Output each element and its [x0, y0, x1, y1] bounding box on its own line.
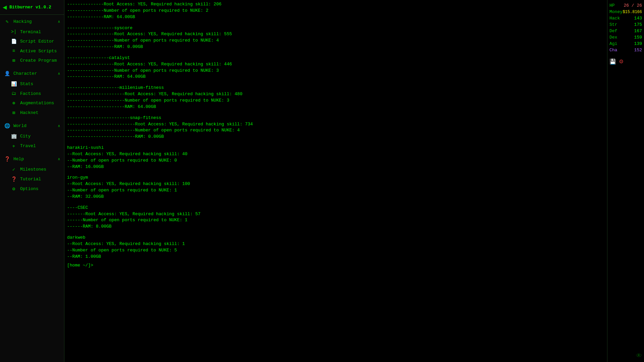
sidebar-item-terminal[interactable]: >| Terminal — [3, 27, 64, 37]
milestones-icon: ✓ — [11, 167, 17, 172]
world-submenu: 🏢 City ✈ Travel — [0, 131, 64, 151]
hp-row: HP 26 / 26 — [609, 3, 642, 8]
sidebar: ◀ Bitburner v1.0.2 ✎ Hacking ∧ >| Termin… — [0, 0, 64, 362]
milestones-label: Milestones — [20, 167, 60, 172]
save-button[interactable]: 💾 — [609, 58, 616, 65]
terminal-line: ------------------RAM: 0.00GB — [67, 44, 604, 50]
sidebar-item-help[interactable]: ❓ Help ∧ — [0, 154, 64, 165]
sidebar-item-character[interactable]: 👤 Character ∧ — [0, 68, 64, 79]
sidebar-item-factions[interactable]: 🗂 Factions — [3, 89, 64, 98]
sidebar-item-create-program[interactable]: ⊞ Create Program — [3, 56, 64, 65]
terminal-line: iron-gym — [67, 175, 604, 181]
cha-row: Cha 152 — [609, 47, 642, 53]
app-title: Bitburner v1.0.2 — [9, 5, 51, 10]
terminal-blank-line — [67, 200, 604, 205]
character-icon: 👤 — [4, 71, 10, 76]
stats-icon: 📊 — [11, 81, 17, 87]
terminal-lines: --------------Root Access: YES, Required… — [67, 1, 604, 260]
terminal-line: ------------------Root Access: YES, Requ… — [67, 31, 604, 38]
hacknet-icon: ⊞ — [11, 110, 17, 116]
hack-value: 143 — [634, 16, 642, 21]
terminal-line: --------------------------Number of open… — [67, 127, 604, 134]
help-label: Help — [13, 157, 54, 162]
travel-label: Travel — [20, 143, 60, 148]
augmentations-label: Augmentations — [20, 101, 60, 106]
world-icon: 🌐 — [4, 123, 10, 129]
terminal-line: --RAM: 1.00GB — [67, 254, 604, 260]
terminal-icon: >| — [11, 29, 17, 35]
money-value: $15.8166 — [623, 10, 642, 14]
hack-label: Hack — [609, 16, 620, 21]
hacking-chevron-icon: ∧ — [58, 19, 60, 24]
money-label: Money — [609, 9, 623, 14]
sidebar-item-world[interactable]: 🌐 World ∧ — [0, 120, 64, 131]
terminal-blank-line — [67, 20, 604, 25]
stats-action-icons: 💾 ⚙ — [609, 58, 642, 65]
stats-label: Stats — [20, 81, 60, 86]
terminal-line: --Number of open ports required to NUKE:… — [67, 247, 604, 254]
terminal-line: ------------------Number of open ports r… — [67, 68, 604, 74]
tutorial-icon: ❓ — [11, 176, 17, 182]
terminal-line: ----------------catalyst — [67, 55, 604, 61]
character-label: Character — [13, 71, 54, 76]
city-icon: 🏢 — [11, 133, 17, 139]
def-label: Def — [609, 28, 617, 34]
terminal-blank-line — [67, 110, 604, 115]
sidebar-item-active-scripts[interactable]: ≡ Active Scripts — [3, 46, 64, 56]
terminal-line: --------------------millenium-fitness — [67, 85, 604, 91]
sidebar-hacking-label: Hacking — [13, 19, 54, 24]
factions-label: Factions — [20, 91, 60, 96]
terminal-blank-line — [67, 140, 604, 145]
sidebar-header: ◀ Bitburner v1.0.2 — [0, 0, 64, 15]
sidebar-section-character: 👤 Character ∧ 📊 Stats 🗂 Factions ⊕ Augme… — [0, 67, 64, 119]
terminal-line: --Root Access: YES, Required hacking ski… — [67, 151, 604, 158]
stats-divider — [609, 54, 642, 56]
terminal-blank-line — [67, 230, 604, 235]
str-label: Str — [609, 22, 617, 27]
script-editor-icon: 📄 — [11, 39, 17, 44]
str-value: 175 — [634, 22, 642, 27]
terminal-line: ----CSEC — [67, 205, 604, 211]
money-row: Money $15.8166 — [609, 9, 642, 15]
settings-button[interactable]: ⚙ — [619, 58, 624, 65]
terminal-line: -------Root Access: YES, Required hackin… — [67, 211, 604, 218]
cha-label: Cha — [609, 48, 617, 53]
active-scripts-label: Active Scripts — [20, 49, 60, 54]
sidebar-item-script-editor[interactable]: 📄 Script Editor — [3, 37, 64, 46]
terminal-label: Terminal — [20, 29, 60, 35]
terminal-line: ------RAM: 8.00GB — [67, 224, 604, 230]
eye-icon[interactable]: 👁 — [636, 352, 642, 359]
terminal-line: --Number of open ports required to NUKE:… — [67, 158, 604, 164]
terminal-output[interactable]: --------------Root Access: YES, Required… — [64, 0, 607, 362]
terminal-line: ------------------Number of open ports r… — [67, 38, 604, 44]
sidebar-back-button[interactable]: ◀ — [3, 4, 7, 10]
sidebar-item-options[interactable]: ⚙ Options — [3, 184, 64, 194]
sidebar-item-hacking[interactable]: ✎ Hacking ∧ — [0, 16, 64, 27]
sidebar-item-travel[interactable]: ✈ Travel — [3, 141, 64, 151]
sidebar-item-augmentations[interactable]: ⊕ Augmentations — [3, 98, 64, 108]
hacking-submenu: >| Terminal 📄 Script Editor ≡ Active Scr… — [0, 27, 64, 65]
sidebar-item-city[interactable]: 🏢 City — [3, 131, 64, 141]
sidebar-item-hacknet[interactable]: ⊞ Hacknet — [3, 108, 64, 118]
terminal-line: ----------------------Root Access: YES, … — [67, 91, 604, 98]
sidebar-item-milestones[interactable]: ✓ Milestones — [3, 165, 64, 174]
city-label: City — [20, 134, 60, 139]
hp-label: HP — [609, 3, 615, 8]
sidebar-section-help: ❓ Help ∧ ✓ Milestones ❓ Tutorial ⚙ Optio… — [0, 152, 64, 195]
cha-value: 152 — [634, 48, 642, 53]
help-chevron-icon: ∧ — [58, 157, 60, 161]
terminal-line: --------------------------Root Access: Y… — [67, 121, 604, 128]
world-chevron-icon: ∧ — [58, 124, 60, 128]
active-scripts-icon: ≡ — [11, 48, 17, 54]
terminal-line: ----------------------RAM: 64.00GB — [67, 104, 604, 110]
terminal-line: --RAM: 32.00GB — [67, 194, 604, 200]
factions-icon: 🗂 — [11, 91, 17, 96]
agi-value: 139 — [634, 41, 642, 46]
dex-value: 159 — [634, 35, 642, 40]
terminal-prompt[interactable]: [home ~/]> — [67, 263, 604, 268]
sidebar-item-tutorial[interactable]: ❓ Tutorial — [3, 174, 64, 184]
hack-row: Hack 143 — [609, 15, 642, 21]
dex-row: Dex 159 — [609, 35, 642, 40]
terminal-line: --------------RAM: 64.00GB — [67, 14, 604, 20]
sidebar-item-stats[interactable]: 📊 Stats — [3, 79, 64, 89]
